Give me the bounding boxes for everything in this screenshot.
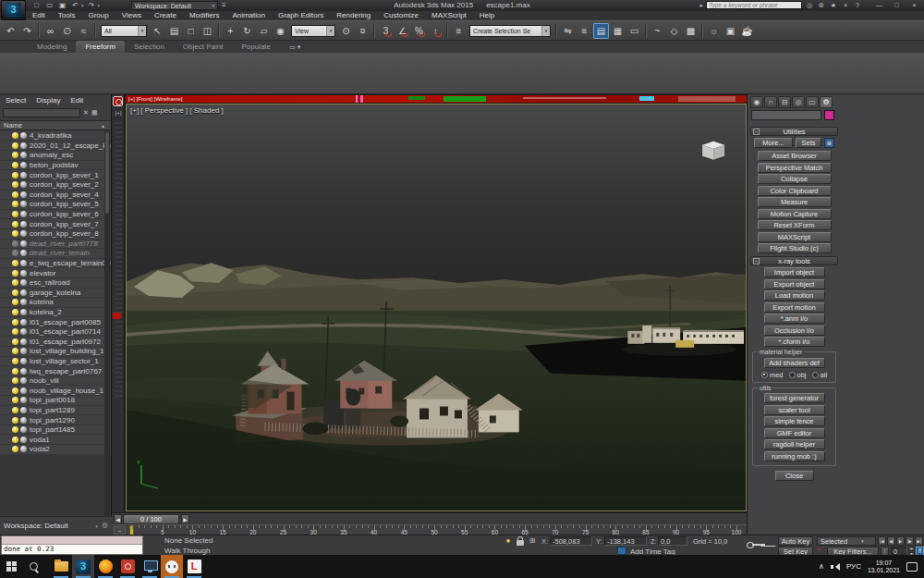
search-button[interactable] [22,555,44,578]
select-and-scale-icon[interactable]: ▱ [256,23,272,39]
visibility-bulb-icon[interactable] [12,270,18,277]
redo-icon[interactable]: ↷ [87,1,97,10]
list-item[interactable]: e_lwq_escape_terrain006 [0,259,111,269]
object-color-swatch[interactable] [824,110,834,120]
list-item[interactable]: cordon_kpp_sever_5 [0,200,111,210]
visibility-bulb-icon[interactable] [12,387,18,394]
visibility-bulb-icon[interactable] [12,279,18,286]
qat-menu-icon[interactable]: ≡ [222,1,226,9]
radio-obj[interactable]: obj [789,371,807,379]
menu-animation[interactable]: Animation [225,11,272,20]
menu-group[interactable]: Group [81,11,115,20]
utils-button-forest-generator[interactable]: forest generator [764,393,825,403]
tab-create[interactable]: ◉ [750,96,763,108]
utility-button-perspective-match[interactable]: Perspective Match [758,163,832,173]
explorer-search-input[interactable] [3,108,80,117]
visibility-bulb-icon[interactable] [12,162,18,168]
language-indicator[interactable]: РУС [846,562,861,571]
utility-sets-icon[interactable]: ≣ [824,138,834,148]
list-item[interactable]: l01_escape_part0972 [0,337,111,347]
discord[interactable] [161,555,183,578]
configure-columns-icon[interactable]: ▦ [91,109,98,117]
visibility-bulb-icon[interactable] [12,328,18,335]
z-coordinate-field[interactable]: 0,0 [658,536,687,546]
minimize-icon[interactable]: — [874,1,884,9]
use-pivot-center-icon[interactable]: ⊙ [338,23,354,39]
time-tag-icon[interactable] [617,547,626,555]
visibility-bulb-icon[interactable] [12,201,18,207]
application-menu-button[interactable]: 3 [1,0,26,20]
snaps-toggle-icon[interactable]: 3 [378,23,394,39]
visibility-bulb-icon[interactable] [12,446,18,452]
visibility-bulb-icon[interactable] [12,417,18,424]
visibility-bulb-icon[interactable] [12,309,18,315]
select-and-move-icon[interactable]: + [223,23,238,39]
infocenter-search-input[interactable] [706,1,802,9]
select-object-icon[interactable]: ↖ [150,23,165,39]
utils-button-running-mob[interactable]: running mob :) [764,451,825,461]
help-icon[interactable]: ? [853,1,862,9]
list-item[interactable]: topi_part1289 [0,406,111,416]
list-item[interactable]: l01_escape_part0085 [0,317,111,327]
viewport-layout-tabs[interactable]: [+] [112,94,125,512]
list-item[interactable]: dead_river_part0778 [0,240,111,250]
perspective-viewport[interactable]: [+] [ Perspective ] [ Shaded ] [126,104,747,511]
utility-button-flight-studio-c[interactable]: Flight Studio (c) [758,243,832,253]
visibility-bulb-icon[interactable] [12,377,18,384]
visibility-bulb-icon[interactable] [12,172,18,178]
tab-populate[interactable]: Populate [232,41,280,53]
menu-maxscript[interactable]: MAXScript [425,11,473,20]
visibility-bulb-icon[interactable] [12,142,18,149]
chevron-down-icon[interactable]: ▾ [98,3,101,8]
visibility-bulb-icon[interactable] [12,289,18,296]
visibility-bulb-icon[interactable] [12,299,18,305]
maximize-icon[interactable]: □ [892,1,902,9]
utils-button-scaler-tool[interactable]: scaler tool [764,405,825,415]
xray-button-export-object[interactable]: Export object [764,279,825,289]
save-file-icon[interactable]: ▣ [57,1,67,10]
toggle-layer-explorer-icon[interactable]: ▦ [610,23,626,39]
macro-recorder-pane[interactable] [2,536,142,545]
visibility-bulb-icon[interactable] [12,132,18,139]
volume-icon[interactable] [831,562,840,571]
visibility-bulb-icon[interactable] [12,348,18,354]
list-item[interactable]: beton_podstav [0,161,111,171]
menu-customize[interactable]: Customize [377,11,425,20]
material-editor-icon[interactable]: ▩ [683,23,699,39]
window-crossing-icon[interactable]: ◫ [200,23,215,39]
hidden-icons-chevron[interactable]: ∧ [819,562,824,571]
utility-button-measure[interactable]: Measure [758,197,832,207]
file-explorer[interactable] [50,555,72,578]
tab-utilities[interactable]: ⚙ [820,96,833,108]
select-by-name-icon[interactable]: ▤ [166,23,182,39]
list-item[interactable]: anomaly_esc [0,151,111,161]
toggle-ribbon-icon[interactable]: ▭ [626,23,642,39]
next-frame-arrow[interactable]: ▶ [181,514,189,524]
utilities-rollout[interactable]: −Utilities [750,127,838,136]
add-shaders-button[interactable]: Add shaders def [764,358,825,368]
3ds-max-app[interactable]: 3 [72,555,94,578]
list-item[interactable]: dead_river_terrain [0,249,111,259]
undo-icon[interactable]: ↶ [70,1,80,10]
render-production-icon[interactable]: ☕ [739,23,755,39]
xray-button-import-object[interactable]: Import object [764,267,825,277]
utils-button-gmf-editor[interactable]: GMF editor [764,428,825,438]
select-and-rotate-icon[interactable]: ↻ [239,23,255,39]
named-selection-dropdown[interactable]: Create Selection Se▾ [469,25,551,37]
front-viewport-label[interactable]: [+] [Front] [Wireframe] [128,95,183,103]
tab-freeform[interactable]: Freeform [76,41,124,53]
list-item[interactable]: cordon_kpp_sever_7 [0,219,111,229]
visibility-bulb-icon[interactable] [12,152,18,158]
time-slider-thumb[interactable]: 0 / 100 [123,514,179,524]
close-icon[interactable]: × [909,1,919,9]
favorites-icon[interactable]: ★ [829,1,838,9]
list-item[interactable]: kotelna_2 [0,308,111,318]
go-to-end-icon[interactable]: ▶| [915,536,923,546]
render-setup-icon[interactable]: ☼ [706,23,722,39]
xray-button-cform-i-o[interactable]: *.cform i/o [764,337,825,347]
list-item[interactable]: noob_vill [0,376,111,387]
visibility-bulb-icon[interactable] [12,426,18,433]
start-button[interactable] [0,555,22,578]
close-button[interactable]: Close [775,471,814,481]
align-icon[interactable]: ≡ [577,23,592,39]
